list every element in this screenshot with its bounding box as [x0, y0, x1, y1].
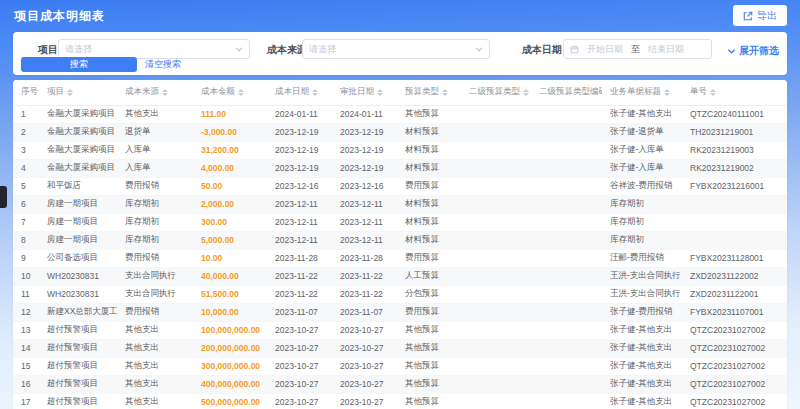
- cell-sub_budget_type: [461, 141, 531, 159]
- cell-project: 超付预警项目: [39, 339, 117, 357]
- cell-budget_type: 材料预算: [397, 231, 461, 249]
- cell-sub_budget_code: [531, 357, 602, 375]
- column-label: 成本来源: [125, 86, 159, 96]
- cell-project: 超付预警项目: [39, 321, 117, 339]
- cell-cost_amount: 51,500.00: [193, 285, 267, 303]
- cell-sub_budget_type: [461, 285, 531, 303]
- side-drawer-handle[interactable]: [0, 186, 7, 208]
- cell-approval_date: 2023-12-19: [332, 141, 397, 159]
- cell-sub_budget_code: [531, 285, 602, 303]
- cell-doc_no: TH20231219001: [682, 123, 787, 141]
- cell-sub_budget_code: [531, 303, 602, 321]
- cell-cost_date: 2023-10-27: [267, 357, 332, 375]
- cell-index: 6: [13, 195, 39, 213]
- cell-cost_source: 入库单: [117, 141, 193, 159]
- expand-filters-link[interactable]: 展开筛选: [727, 44, 779, 58]
- cell-index: 12: [13, 303, 39, 321]
- cell-approval_date: 2023-10-27: [332, 321, 397, 339]
- cell-approval_date: 2023-12-11: [332, 213, 397, 231]
- end-date-input[interactable]: [644, 44, 688, 54]
- cell-doc_no: QTZC20240111001: [682, 105, 787, 123]
- cell-doc_title: 库存期初: [602, 195, 682, 213]
- cell-project: 金融大厦采购项目: [39, 123, 117, 141]
- cell-sub_budget_type: [461, 159, 531, 177]
- cell-doc_title: 张子健-入库单: [602, 159, 682, 177]
- column-label: 审批日期: [340, 86, 374, 96]
- chevron-down-icon: [727, 47, 736, 56]
- column-header-sub_budget_code[interactable]: 二级预算类型编码: [531, 80, 602, 105]
- sort-icon[interactable]: [67, 89, 73, 96]
- cell-sub_budget_type: [461, 249, 531, 267]
- column-header-cost_date[interactable]: 成本日期: [267, 80, 332, 105]
- cell-cost_date: 2023-12-11: [267, 231, 332, 249]
- cell-cost_date: 2023-11-22: [267, 285, 332, 303]
- cell-sub_budget_code: [531, 393, 602, 409]
- clear-search-button[interactable]: 清空搜索: [145, 57, 181, 72]
- search-button[interactable]: 搜索: [21, 57, 137, 72]
- cell-cost_amount: 500,000,000.00: [193, 393, 267, 409]
- cell-approval_date: 2023-10-27: [332, 393, 397, 409]
- export-button[interactable]: 导出: [733, 5, 787, 26]
- column-header-cost_source[interactable]: 成本来源: [117, 80, 193, 105]
- cell-cost_source: 库存期初: [117, 213, 193, 231]
- cell-sub_budget_type: [461, 177, 531, 195]
- cell-cost_amount: 400,000,000.00: [193, 375, 267, 393]
- sort-icon[interactable]: [312, 89, 318, 96]
- cell-sub_budget_code: [531, 141, 602, 159]
- cell-budget_type: 其他预算: [397, 393, 461, 409]
- sort-icon[interactable]: [710, 89, 716, 96]
- cell-index: 10: [13, 267, 39, 285]
- project-select-input[interactable]: [65, 44, 235, 54]
- cell-cost_source: 其他支出: [117, 375, 193, 393]
- cell-cost_date: 2023-11-28: [267, 249, 332, 267]
- sort-icon[interactable]: [238, 89, 244, 96]
- sort-icon[interactable]: [664, 89, 670, 96]
- cell-budget_type: 其他预算: [397, 105, 461, 123]
- cell-sub_budget_code: [531, 159, 602, 177]
- cell-doc_title: 王洪-支出合同执行: [602, 267, 682, 285]
- calendar-icon: [570, 45, 579, 54]
- cost-date-range-picker[interactable]: 至: [563, 39, 712, 59]
- sort-icon[interactable]: [377, 89, 383, 96]
- project-filter-label: 项目: [38, 43, 58, 57]
- project-select[interactable]: [58, 39, 250, 59]
- sort-icon[interactable]: [442, 89, 448, 96]
- cell-cost_amount: 10,000.00: [193, 303, 267, 321]
- sort-icon[interactable]: [523, 89, 529, 96]
- sort-icon[interactable]: [162, 89, 168, 96]
- column-header-approval_date[interactable]: 审批日期: [332, 80, 397, 105]
- table-row: 9公司备选项目费用报销10.002023-11-282023-11-28费用预算…: [13, 249, 787, 267]
- cell-sub_budget_code: [531, 339, 602, 357]
- cell-cost_source: 费用报销: [117, 177, 193, 195]
- cell-sub_budget_code: [531, 177, 602, 195]
- column-header-cost_amount[interactable]: 成本金额: [193, 80, 267, 105]
- table-row: 15超付预警项目其他支出300,000,000.002023-10-272023…: [13, 357, 787, 375]
- cell-project: 超付预警项目: [39, 357, 117, 375]
- cell-cost_source: 费用报销: [117, 303, 193, 321]
- cell-cost_date: 2023-10-27: [267, 393, 332, 409]
- cell-doc_no: [682, 213, 787, 231]
- start-date-input[interactable]: [583, 44, 627, 54]
- cell-cost_source: 支出合同执行: [117, 285, 193, 303]
- cell-cost_source: 其他支出: [117, 105, 193, 123]
- column-label: 项目: [47, 86, 64, 96]
- cell-sub_budget_type: [461, 195, 531, 213]
- cell-project: 房建一期项目: [39, 195, 117, 213]
- cell-doc_title: 张子健-其他支出: [602, 393, 682, 409]
- cell-doc_title: 张子健-费用报销: [602, 303, 682, 321]
- table-header-row: 序号项目成本来源成本金额成本日期审批日期预算类型二级预算类型二级预算类型编码业务…: [13, 80, 787, 105]
- cost-source-select[interactable]: [302, 39, 490, 59]
- column-header-sub_budget_type[interactable]: 二级预算类型: [461, 80, 531, 105]
- column-header-project[interactable]: 项目: [39, 80, 117, 105]
- cell-doc_title: 张子健-退货单: [602, 123, 682, 141]
- chevron-down-icon: [475, 45, 483, 53]
- cell-doc_title: 库存期初: [602, 213, 682, 231]
- cost-source-select-input[interactable]: [309, 44, 475, 54]
- column-label: 二级预算类型: [469, 86, 520, 96]
- column-header-budget_type[interactable]: 预算类型: [397, 80, 461, 105]
- column-header-doc_title[interactable]: 业务单据标题: [602, 80, 682, 105]
- column-header-doc_no[interactable]: 单号: [682, 80, 787, 105]
- cell-sub_budget_code: [531, 231, 602, 249]
- cell-index: 13: [13, 321, 39, 339]
- cell-doc_title: 张子健-其他支出: [602, 375, 682, 393]
